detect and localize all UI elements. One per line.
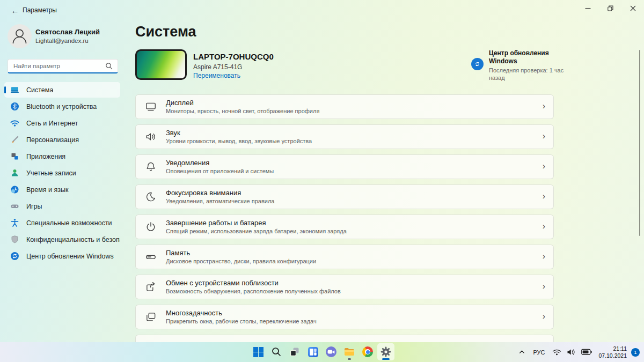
windows-update-title[interactable]: Центр обновления Windows: [489, 49, 554, 65]
chevron-right-icon: ›: [543, 191, 545, 201]
window-controls: [576, 0, 644, 16]
back-button[interactable]: ←: [9, 4, 21, 17]
personalization-icon: [10, 135, 19, 144]
chrome-button[interactable]: [359, 343, 376, 360]
system-laptop-icon: [10, 85, 19, 94]
wifi-icon[interactable]: [550, 344, 564, 360]
sidebar-item-bluetooth[interactable]: Bluetooth и устройства: [4, 99, 120, 114]
task-view-button[interactable]: [286, 343, 303, 360]
sidebar-item-system[interactable]: Система: [4, 82, 120, 98]
chat-icon: [325, 346, 337, 358]
sidebar-item-accounts[interactable]: Учетные записи: [4, 165, 120, 181]
settings-button[interactable]: [377, 343, 394, 360]
row-subtitle: Уровни громкости, вывод, ввод, звуковые …: [166, 138, 312, 145]
row-subtitle: Уведомления, автоматические правила: [166, 198, 274, 205]
windows-update-status: Последняя проверка: 1 час назад: [489, 67, 569, 82]
accounts-icon: [10, 168, 19, 178]
restore-button[interactable]: [599, 0, 621, 16]
start-button[interactable]: [250, 343, 267, 360]
tray-time: 21:11: [598, 345, 627, 352]
rename-link[interactable]: Переименовать: [193, 72, 240, 79]
language-indicator[interactable]: РУС: [528, 344, 550, 360]
chevron-right-icon: ›: [543, 161, 545, 171]
sidebar-item-games[interactable]: Игры: [4, 198, 120, 214]
settings-list: Дисплей Мониторы, яркость, ночной свет, …: [135, 94, 554, 356]
sidebar-nav: Система Bluetooth и устройства Сеть и Ин…: [4, 82, 120, 265]
taskbar: РУС 21:11 07.10.2021 1: [0, 342, 644, 362]
folder-icon: [343, 346, 355, 358]
device-thumbnail: [135, 49, 187, 80]
power-icon: [145, 221, 157, 233]
sidebar-item-time-language[interactable]: Время и язык: [4, 182, 120, 197]
row-display[interactable]: Дисплей Мониторы, яркость, ночной свет, …: [135, 94, 554, 119]
row-title: Дисплей: [166, 99, 319, 107]
minimize-button[interactable]: [576, 0, 599, 16]
system-tray: РУС 21:11 07.10.2021 1: [516, 342, 641, 362]
sidebar-item-accessibility[interactable]: Специальные возможности: [4, 215, 120, 231]
volume-icon[interactable]: [564, 344, 579, 360]
chevron-right-icon: ›: [543, 252, 545, 261]
nearby-share-icon: [145, 281, 157, 293]
sidebar-item-privacy[interactable]: Конфиденциальность и безопас: [4, 232, 120, 247]
battery-icon[interactable]: [579, 344, 595, 360]
file-explorer-button[interactable]: [341, 343, 358, 360]
user-name: Святослав Лецкий: [35, 28, 100, 36]
apps-icon: [10, 152, 19, 161]
search-icon: [271, 346, 282, 357]
display-icon: [145, 101, 157, 113]
scrollbar[interactable]: [639, 50, 640, 236]
page-title: Система: [135, 24, 196, 40]
taskbar-search-button[interactable]: [268, 343, 285, 360]
sidebar-item-label: Персонализация: [26, 136, 79, 144]
chevron-right-icon: ›: [543, 221, 545, 231]
row-focus[interactable]: Фокусировка внимания Уведомления, автома…: [135, 184, 554, 209]
sidebar-item-label: Приложения: [26, 153, 65, 160]
row-storage[interactable]: Память Дисковое пространство, диски, пра…: [135, 245, 554, 269]
chevron-right-icon: ›: [543, 131, 545, 141]
network-icon: [10, 119, 19, 128]
row-title: Звук: [166, 129, 312, 137]
sidebar-item-label: Время и язык: [26, 186, 69, 194]
row-multitasking[interactable]: Многозадачность Прикрепить окна, рабочие…: [135, 305, 554, 329]
notifications-bell-icon: [145, 161, 157, 173]
sidebar-item-label: Конфиденциальность и безопас: [26, 236, 120, 243]
sidebar-item-personalization[interactable]: Персонализация: [4, 132, 120, 147]
row-title: Завершение работы и батарея: [166, 219, 347, 227]
chat-button[interactable]: [323, 343, 340, 360]
clock[interactable]: 21:11 07.10.2021: [598, 345, 627, 359]
search-input[interactable]: [8, 63, 105, 69]
chevron-up-icon: [518, 349, 525, 356]
focus-moon-icon: [145, 191, 157, 203]
row-notifications[interactable]: Уведомления Оповещения от приложений и с…: [135, 154, 554, 179]
taskbar-center: [250, 343, 394, 360]
tray-date: 07.10.2021: [598, 352, 627, 359]
privacy-shield-icon: [10, 235, 19, 244]
row-subtitle: Мониторы, яркость, ночной свет, отображе…: [166, 108, 319, 115]
close-button[interactable]: [621, 0, 644, 16]
window-title: Параметры: [23, 6, 57, 14]
widgets-button[interactable]: [304, 343, 321, 360]
restore-icon: [608, 5, 613, 11]
notification-badge[interactable]: 1: [631, 348, 640, 357]
gear-icon: [380, 346, 392, 358]
sidebar-item-network[interactable]: Сеть и Интернет: [4, 115, 120, 131]
accessibility-icon: [10, 218, 19, 227]
tray-chevron-up-button[interactable]: [516, 344, 528, 360]
row-sound[interactable]: Звук Уровни громкости, вывод, ввод, звук…: [135, 124, 554, 149]
sidebar-item-windows-update[interactable]: Центр обновления Windows: [4, 248, 120, 264]
search-box[interactable]: [8, 59, 118, 73]
search-icon: [105, 62, 113, 70]
row-nearby-sharing[interactable]: Обмен с устройствами поблизости Возможно…: [135, 275, 554, 299]
sound-icon: [145, 131, 157, 143]
user-email: Lightall@yandex.ru: [35, 38, 89, 44]
sidebar-item-label: Учетные записи: [26, 169, 76, 177]
row-power-battery[interactable]: Завершение работы и батарея Спящий режим…: [135, 215, 554, 239]
windows-update-status-icon: [471, 58, 484, 70]
multitasking-icon: [145, 311, 157, 323]
row-subtitle: Дисковое пространство, диски, правила ко…: [166, 258, 316, 265]
avatar[interactable]: [8, 24, 32, 48]
sidebar-item-apps[interactable]: Приложения: [4, 149, 120, 164]
task-view-icon: [289, 346, 300, 357]
row-title: Память: [166, 249, 316, 257]
row-subtitle: Оповещения от приложений и системы: [166, 168, 274, 175]
